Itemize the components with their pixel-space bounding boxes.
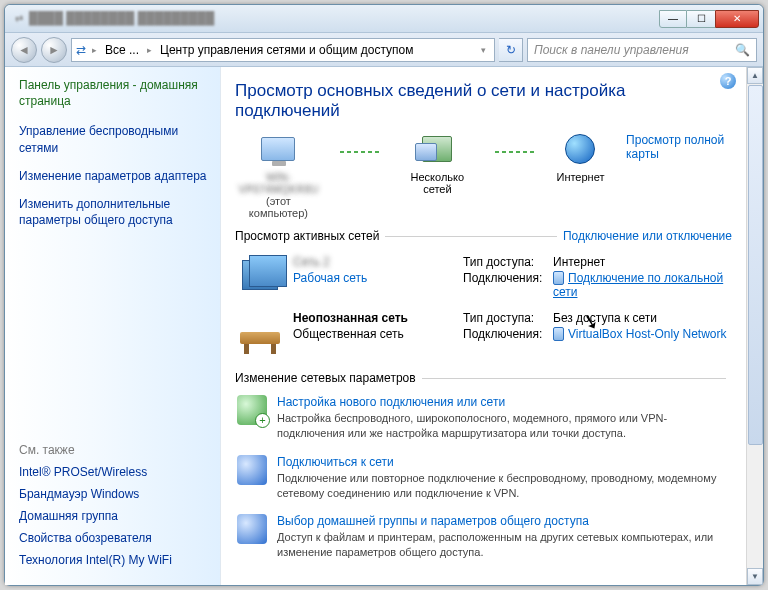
- network-name: Неопознанная сеть: [293, 311, 453, 325]
- pc-subcaption: (этот компьютер): [235, 195, 322, 219]
- content-area: Панель управления - домашняя страница Уп…: [5, 67, 763, 585]
- window-controls: — ☐ ✕: [659, 10, 759, 28]
- titlebar: ⇄████ ████████ █████████ — ☐ ✕: [5, 5, 763, 33]
- sidebar-task-sharing[interactable]: Изменить дополнительные параметры общего…: [19, 196, 212, 228]
- scroll-up-button[interactable]: ▲: [747, 67, 763, 84]
- chevron-right-icon: ▸: [145, 45, 154, 55]
- change-settings-title: Изменение сетевых параметров: [235, 371, 416, 385]
- adapter-icon: [553, 327, 564, 341]
- connection-line: [340, 151, 380, 153]
- access-type-value: Без доступа к сети: [553, 311, 730, 325]
- titlebar-caption: ⇄████ ████████ █████████: [15, 11, 214, 25]
- node-this-pc[interactable]: WIN-VP074MQKR8U (этот компьютер): [235, 131, 322, 219]
- maximize-button[interactable]: ☐: [687, 10, 715, 28]
- access-type-value: Интернет: [553, 255, 730, 269]
- help-icon[interactable]: ?: [720, 73, 736, 89]
- node-networks-label: Несколько сетей: [398, 171, 477, 195]
- see-link-firewall[interactable]: Брандмауэр Windows: [19, 487, 212, 501]
- network-center-icon: ⇄: [76, 43, 86, 57]
- change-settings-section: Изменение сетевых параметров Настройка н…: [235, 371, 732, 570]
- control-panel-window: ⇄████ ████████ █████████ — ☐ ✕ ◄ ► ⇄ ▸ В…: [4, 4, 764, 586]
- network-map: WIN-VP074MQKR8U (этот компьютер) Несколь…: [235, 131, 732, 219]
- minimize-button[interactable]: —: [659, 10, 687, 28]
- computer-icon: [261, 137, 295, 161]
- homegroup-sharing[interactable]: Выбор домашней группы и параметров общег…: [235, 510, 732, 570]
- close-button[interactable]: ✕: [715, 10, 759, 28]
- new-connection-icon: [237, 395, 267, 425]
- homegroup-sharing-desc: Доступ к файлам и принтерам, расположенн…: [277, 530, 730, 560]
- network-category-text: Общественная сеть: [293, 327, 453, 341]
- adapter-icon: [553, 271, 564, 285]
- networks-icon: [422, 136, 452, 162]
- access-type-label: Тип доступа:: [463, 255, 553, 269]
- crumb-current[interactable]: Центр управления сетями и общим доступом: [158, 43, 416, 57]
- search-icon: 🔍: [735, 43, 750, 57]
- setup-new-connection-title[interactable]: Настройка нового подключения или сети: [277, 395, 730, 409]
- globe-icon: [565, 134, 595, 164]
- see-also-header: См. также: [19, 443, 212, 457]
- connect-network-icon: [237, 455, 267, 485]
- chevron-right-icon: ▸: [90, 45, 99, 55]
- access-type-label: Тип доступа:: [463, 311, 553, 325]
- network-name: Сеть 2: [293, 255, 453, 269]
- page-title: Просмотр основных сведений о сети и наст…: [235, 81, 732, 121]
- connect-to-network-title[interactable]: Подключиться к сети: [277, 455, 730, 469]
- work-network-icon: [242, 260, 278, 290]
- sidebar: Панель управления - домашняя страница Уп…: [5, 67, 221, 585]
- pc-name: WIN-VP074MQKR8U: [235, 171, 322, 195]
- see-link-proset[interactable]: Intel® PROSet/Wireless: [19, 465, 212, 479]
- main-panel: ? Просмотр основных сведений о сети и на…: [221, 67, 746, 585]
- public-network-icon: [240, 332, 280, 344]
- setup-new-connection[interactable]: Настройка нового подключения или сети На…: [235, 391, 732, 451]
- connection-link-vbox[interactable]: VirtualBox Host-Only Network: [568, 327, 727, 341]
- see-link-homegroup[interactable]: Домашняя группа: [19, 509, 212, 523]
- active-networks-title: Просмотр активных сетей: [235, 229, 379, 243]
- search-input[interactable]: Поиск в панели управления 🔍: [527, 38, 757, 62]
- connection-link-lan[interactable]: Подключение по локальной сети: [553, 271, 723, 299]
- full-map-link[interactable]: Просмотр полной карты: [626, 131, 732, 161]
- network-category-link[interactable]: Рабочая сеть: [293, 271, 453, 285]
- vertical-scrollbar[interactable]: ▲ ▼: [746, 67, 763, 585]
- network-entry-work: Сеть 2 Рабочая сеть Тип доступа: Интерне…: [235, 249, 732, 305]
- homegroup-sharing-title[interactable]: Выбор домашней группы и параметров общег…: [277, 514, 730, 528]
- homegroup-icon: [237, 514, 267, 544]
- navigation-bar: ◄ ► ⇄ ▸ Все ... ▸ Центр управления сетям…: [5, 33, 763, 67]
- refresh-button[interactable]: ↻: [499, 38, 523, 62]
- connect-to-network[interactable]: Подключиться к сети Подключение или повт…: [235, 451, 732, 511]
- see-link-internet-options[interactable]: Свойства обозревателя: [19, 531, 212, 545]
- connect-disconnect-link[interactable]: Подключение или отключение: [563, 229, 732, 243]
- node-internet[interactable]: Интернет: [553, 131, 608, 183]
- breadcrumb[interactable]: ⇄ ▸ Все ... ▸ Центр управления сетями и …: [71, 38, 495, 62]
- connection-line: [495, 151, 535, 153]
- active-networks-header: Просмотр активных сетей Подключение или …: [235, 229, 732, 243]
- control-panel-home-link[interactable]: Панель управления - домашняя страница: [19, 77, 212, 109]
- dropdown-icon[interactable]: ▾: [477, 45, 490, 55]
- connections-label: Подключения:: [463, 327, 553, 341]
- scroll-track[interactable]: [747, 446, 763, 568]
- node-networks[interactable]: Несколько сетей: [398, 131, 477, 195]
- scroll-thumb[interactable]: [748, 85, 763, 445]
- crumb-all[interactable]: Все ...: [103, 43, 141, 57]
- see-link-mywifi[interactable]: Технология Intel(R) My WiFi: [19, 553, 212, 567]
- scroll-down-button[interactable]: ▼: [747, 568, 763, 585]
- forward-button[interactable]: ►: [41, 37, 67, 63]
- network-entry-unidentified: Неопознанная сеть Общественная сеть ➘ Ти…: [235, 305, 732, 357]
- setup-new-connection-desc: Настройка беспроводного, широкополосного…: [277, 411, 730, 441]
- connect-to-network-desc: Подключение или повторное подключение к …: [277, 471, 730, 501]
- search-placeholder: Поиск в панели управления: [534, 43, 689, 57]
- back-button[interactable]: ◄: [11, 37, 37, 63]
- connections-label: Подключения:: [463, 271, 553, 299]
- node-internet-label: Интернет: [556, 171, 604, 183]
- sidebar-task-adapter[interactable]: Изменение параметров адаптера: [19, 168, 212, 184]
- sidebar-task-wireless[interactable]: Управление беспроводными сетями: [19, 123, 212, 155]
